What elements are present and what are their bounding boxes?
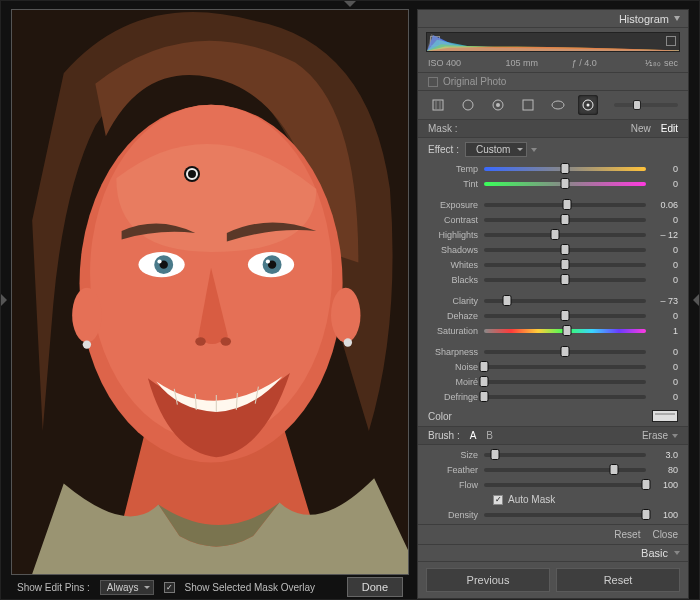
mask-overlay-checkbox[interactable]: ✓: [164, 582, 175, 593]
slider-dehaze[interactable]: Dehaze 0: [428, 308, 678, 323]
slider-density-track[interactable]: [484, 513, 646, 517]
slider-sharpness-thumb[interactable]: [561, 346, 570, 357]
slider-dehaze-thumb[interactable]: [561, 310, 570, 321]
slider-clarity-thumb[interactable]: [502, 295, 511, 306]
slider-feather[interactable]: Feather 80: [428, 462, 678, 477]
brush-a-button[interactable]: A: [470, 430, 477, 441]
slider-defringe-track[interactable]: [484, 395, 646, 399]
slider-clarity[interactable]: Clarity – 73: [428, 293, 678, 308]
slider-highlights-track[interactable]: [484, 233, 646, 237]
slider-clarity-track[interactable]: [484, 299, 646, 303]
color-swatch[interactable]: [652, 410, 678, 422]
slider-saturation-thumb[interactable]: [562, 325, 571, 336]
slider-density[interactable]: Density 100: [428, 507, 678, 522]
slider-shadows-track[interactable]: [484, 248, 646, 252]
show-pins-select[interactable]: Always: [100, 580, 154, 595]
side-panel: Histogram ISO 400 105 mm ƒ / 4.0: [417, 9, 689, 599]
histogram[interactable]: [426, 32, 680, 52]
slider-defringe-thumb[interactable]: [480, 391, 489, 402]
slider-contrast[interactable]: Contrast 0: [428, 212, 678, 227]
slider-feather-thumb[interactable]: [609, 464, 618, 475]
slider-noise-thumb[interactable]: [480, 361, 489, 372]
slider-temp[interactable]: Temp 0: [428, 161, 678, 176]
slider-sharpness[interactable]: Sharpness 0: [428, 344, 678, 359]
slider-moire-thumb[interactable]: [480, 376, 489, 387]
automask-row[interactable]: ✓ Auto Mask: [428, 492, 678, 507]
slider-flow-thumb[interactable]: [642, 479, 651, 490]
slider-size-track[interactable]: [484, 453, 646, 457]
slider-blacks-thumb[interactable]: [561, 274, 570, 285]
slider-size-thumb[interactable]: [491, 449, 500, 460]
slider-size[interactable]: Size 3.0: [428, 447, 678, 462]
slider-tint-track[interactable]: [484, 182, 646, 186]
close-link[interactable]: Close: [652, 529, 678, 540]
slider-blacks-track[interactable]: [484, 278, 646, 282]
slider-whites-track[interactable]: [484, 263, 646, 267]
slider-flow-track[interactable]: [484, 483, 646, 487]
svg-rect-22: [433, 100, 443, 110]
redeye-tool-icon[interactable]: [488, 95, 508, 115]
slider-contrast-label: Contrast: [428, 215, 478, 225]
edit-pin-icon[interactable]: [186, 168, 198, 180]
slider-tint-thumb[interactable]: [561, 178, 570, 189]
photo-canvas[interactable]: [11, 9, 409, 575]
slider-dehaze-track[interactable]: [484, 314, 646, 318]
svg-point-10: [266, 259, 270, 263]
slider-exposure-thumb[interactable]: [562, 199, 571, 210]
chevron-down-icon[interactable]: [672, 434, 678, 438]
radial-tool-icon[interactable]: [548, 95, 568, 115]
slider-exposure[interactable]: Exposure 0.06: [428, 197, 678, 212]
grad-tool-icon[interactable]: [518, 95, 538, 115]
slider-highlights-thumb[interactable]: [551, 229, 560, 240]
brush-tool-icon[interactable]: [578, 95, 598, 115]
previous-button[interactable]: Previous: [426, 568, 550, 592]
svg-point-9: [157, 259, 161, 263]
automask-checkbox[interactable]: ✓: [493, 495, 503, 505]
slider-shadows-thumb[interactable]: [561, 244, 570, 255]
slider-whites[interactable]: Whites 0: [428, 257, 678, 272]
brush-b-button[interactable]: B: [486, 430, 493, 441]
done-button[interactable]: Done: [347, 577, 403, 597]
collapse-top-icon[interactable]: [344, 1, 356, 7]
slider-blacks-value: 0: [652, 275, 678, 285]
slider-density-thumb[interactable]: [642, 509, 651, 520]
slider-sharpness-track[interactable]: [484, 350, 646, 354]
slider-contrast-track[interactable]: [484, 218, 646, 222]
slider-moire[interactable]: Moiré 0: [428, 374, 678, 389]
svg-point-20: [83, 340, 91, 348]
slider-flow[interactable]: Flow 100: [428, 477, 678, 492]
slider-contrast-thumb[interactable]: [561, 214, 570, 225]
slider-clarity-label: Clarity: [428, 296, 478, 306]
basic-panel-header[interactable]: Basic: [418, 544, 688, 562]
slider-temp-track[interactable]: [484, 167, 646, 171]
brush-erase-button[interactable]: Erase: [642, 430, 668, 441]
slider-exposure-track[interactable]: [484, 203, 646, 207]
slider-feather-track[interactable]: [484, 468, 646, 472]
slider-moire-track[interactable]: [484, 380, 646, 384]
slider-temp-thumb[interactable]: [561, 163, 570, 174]
slider-noise-track[interactable]: [484, 365, 646, 369]
chevron-down-icon[interactable]: [531, 148, 537, 152]
spot-tool-icon[interactable]: [458, 95, 478, 115]
slider-noise[interactable]: Noise 0: [428, 359, 678, 374]
brush-size-mini-slider[interactable]: [614, 103, 678, 107]
collapse-left-icon[interactable]: [1, 294, 7, 306]
mask-edit-button[interactable]: Edit: [661, 123, 678, 134]
mask-new-button[interactable]: New: [631, 123, 651, 134]
slider-shadows[interactable]: Shadows 0: [428, 242, 678, 257]
reset-button[interactable]: Reset: [556, 568, 680, 592]
effect-select[interactable]: Custom: [465, 142, 527, 157]
crop-tool-icon[interactable]: [428, 95, 448, 115]
reset-link[interactable]: Reset: [614, 529, 640, 540]
histogram-panel-header[interactable]: Histogram: [418, 10, 688, 28]
slider-saturation-track[interactable]: [484, 329, 646, 333]
slider-highlights[interactable]: Highlights – 12: [428, 227, 678, 242]
slider-whites-thumb[interactable]: [561, 259, 570, 270]
original-photo-checkbox[interactable]: [428, 77, 438, 87]
collapse-right-icon[interactable]: [693, 294, 699, 306]
slider-blacks[interactable]: Blacks 0: [428, 272, 678, 287]
slider-defringe[interactable]: Defringe 0: [428, 389, 678, 404]
original-photo-toggle[interactable]: Original Photo: [418, 73, 688, 91]
slider-saturation[interactable]: Saturation 1: [428, 323, 678, 338]
slider-tint[interactable]: Tint 0: [428, 176, 678, 191]
